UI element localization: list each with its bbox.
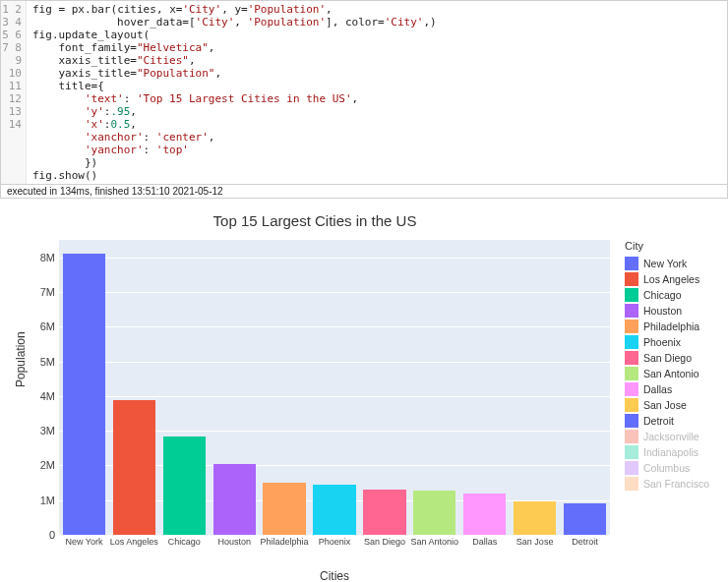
bar[interactable] bbox=[163, 436, 206, 535]
y-tick-label: 7M bbox=[6, 286, 55, 298]
legend-item[interactable]: Detroit bbox=[625, 413, 709, 429]
legend-item[interactable]: Jacksonville bbox=[625, 429, 709, 444]
y-tick-label: 3M bbox=[6, 425, 55, 436]
x-tick-label: New York bbox=[59, 537, 108, 547]
legend-item[interactable]: San Francisco bbox=[625, 476, 709, 492]
y-tick-label: 4M bbox=[6, 390, 55, 402]
bar[interactable] bbox=[213, 464, 256, 535]
legend-swatch bbox=[625, 351, 638, 365]
legend-label: New York bbox=[643, 258, 687, 269]
grid-line bbox=[59, 396, 610, 397]
bar[interactable] bbox=[263, 483, 305, 535]
bar[interactable] bbox=[113, 400, 155, 535]
legend-swatch bbox=[625, 335, 638, 349]
legend-item[interactable]: Indianapolis bbox=[625, 444, 709, 460]
grid-line bbox=[59, 292, 610, 293]
legend-item[interactable]: Philadelphia bbox=[625, 319, 709, 334]
legend-swatch bbox=[625, 304, 638, 318]
legend-label: Houston bbox=[643, 305, 682, 317]
legend-label: Philadelphia bbox=[643, 320, 699, 332]
x-tick-label: Houston bbox=[210, 537, 259, 547]
legend-swatch bbox=[625, 320, 638, 333]
x-tick-label: Philadelphia bbox=[260, 537, 309, 547]
legend-label: Indianapolis bbox=[643, 446, 698, 458]
chart-title: Top 15 Largest Cities in the US bbox=[0, 212, 630, 229]
legend-label: San Antonio bbox=[643, 368, 699, 379]
code-cell[interactable]: 1 2 3 4 5 6 7 8 9 10 11 12 13 14 fig = p… bbox=[0, 0, 728, 185]
legend-swatch bbox=[625, 414, 638, 428]
legend: City New YorkLos AngelesChicagoHoustonPh… bbox=[625, 240, 709, 492]
legend-swatch bbox=[625, 398, 638, 412]
x-tick-label: Dallas bbox=[460, 537, 510, 547]
legend-title: City bbox=[625, 240, 709, 252]
legend-label: Chicago bbox=[643, 289, 682, 301]
bar[interactable] bbox=[63, 254, 105, 535]
bar[interactable] bbox=[564, 503, 606, 535]
legend-item[interactable]: Houston bbox=[625, 303, 709, 319]
legend-item[interactable]: San Jose bbox=[625, 397, 709, 413]
x-tick-label: Detroit bbox=[561, 537, 610, 547]
legend-label: Phoenix bbox=[643, 336, 681, 348]
legend-swatch bbox=[625, 382, 638, 396]
legend-item[interactable]: Los Angeles bbox=[625, 271, 709, 287]
bar[interactable] bbox=[514, 501, 556, 535]
legend-label: San Francisco bbox=[643, 478, 709, 490]
legend-label: Dallas bbox=[643, 383, 672, 395]
grid-line bbox=[59, 326, 610, 327]
y-tick-label: 0 bbox=[6, 529, 55, 541]
legend-item[interactable]: New York bbox=[625, 256, 709, 271]
bar[interactable] bbox=[313, 485, 355, 535]
legend-swatch bbox=[625, 288, 638, 302]
grid-line bbox=[59, 362, 610, 363]
legend-label: Columbus bbox=[643, 462, 690, 474]
legend-label: Jacksonville bbox=[643, 431, 699, 442]
x-tick-label: San Jose bbox=[511, 537, 560, 547]
legend-item[interactable]: Columbus bbox=[625, 460, 709, 476]
legend-swatch bbox=[625, 367, 638, 380]
y-tick-label: 5M bbox=[6, 356, 55, 368]
x-tick-label: Chicago bbox=[159, 537, 209, 547]
bar[interactable] bbox=[463, 494, 506, 535]
legend-item[interactable]: Phoenix bbox=[625, 334, 709, 350]
legend-item[interactable]: San Diego bbox=[625, 350, 709, 366]
legend-swatch bbox=[625, 461, 638, 475]
legend-label: Detroit bbox=[643, 415, 674, 427]
grid-line bbox=[59, 258, 610, 259]
line-number-gutter: 1 2 3 4 5 6 7 8 9 10 11 12 13 14 bbox=[1, 1, 27, 184]
legend-item[interactable]: Chicago bbox=[625, 287, 709, 303]
bar[interactable] bbox=[413, 491, 455, 535]
code-editor[interactable]: fig = px.bar(cities, x='City', y='Popula… bbox=[27, 1, 727, 184]
legend-label: San Jose bbox=[643, 399, 687, 411]
chart-output: Top 15 Largest Cities in the US Populati… bbox=[0, 199, 728, 582]
y-tick-label: 8M bbox=[6, 252, 55, 263]
legend-swatch bbox=[625, 445, 638, 459]
y-tick-label: 1M bbox=[6, 495, 55, 506]
x-axis-label: Cities bbox=[59, 569, 610, 582]
grid-line bbox=[59, 535, 610, 536]
legend-swatch bbox=[625, 257, 638, 270]
x-tick-label: San Antonio bbox=[410, 537, 459, 547]
legend-item[interactable]: San Antonio bbox=[625, 366, 709, 381]
x-tick-label: Los Angeles bbox=[109, 537, 158, 547]
legend-label: Los Angeles bbox=[643, 273, 699, 285]
x-tick-label: Phoenix bbox=[310, 537, 359, 547]
legend-label: San Diego bbox=[643, 352, 692, 364]
legend-swatch bbox=[625, 430, 638, 443]
execution-status: executed in 134ms, finished 13:51:10 202… bbox=[0, 185, 728, 199]
y-tick-label: 2M bbox=[6, 459, 55, 471]
legend-swatch bbox=[625, 272, 638, 286]
x-tick-label: San Diego bbox=[360, 537, 409, 547]
bar[interactable] bbox=[363, 490, 405, 535]
plot-area[interactable] bbox=[59, 240, 610, 535]
y-tick-label: 6M bbox=[6, 320, 55, 332]
legend-swatch bbox=[625, 477, 638, 491]
legend-item[interactable]: Dallas bbox=[625, 381, 709, 397]
